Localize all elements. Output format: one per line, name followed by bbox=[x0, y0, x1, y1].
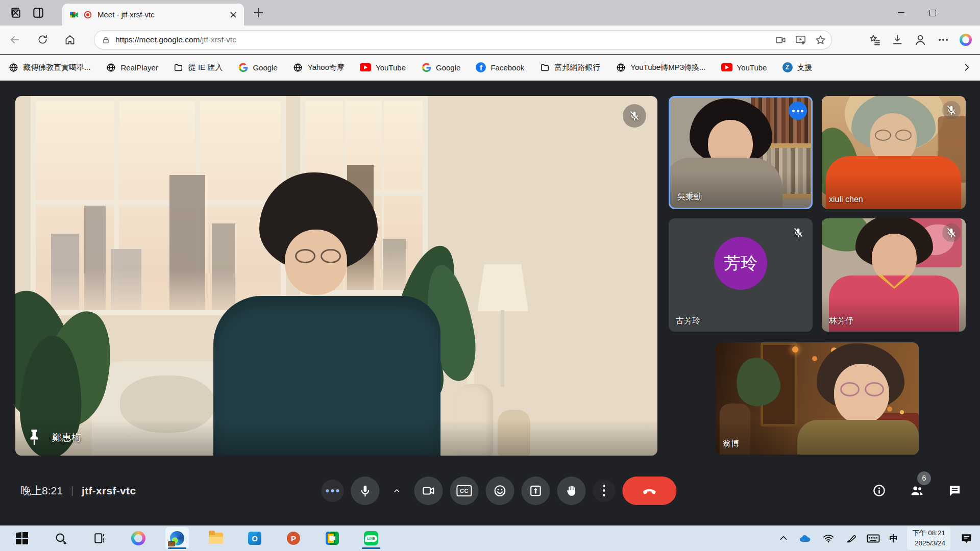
outlook-icon: O bbox=[248, 532, 261, 545]
line-label: LINE bbox=[365, 535, 377, 542]
microphone-button[interactable] bbox=[351, 477, 379, 505]
present-screen-button[interactable] bbox=[521, 477, 550, 505]
windows-taskbar: O P LINE 中 下午 08:2 bbox=[0, 525, 980, 551]
window-maximize-button[interactable] bbox=[917, 0, 948, 26]
bookmark-item[interactable]: 藏傳佛教直貢噶舉... bbox=[8, 62, 91, 72]
bookmark-item[interactable]: YouTube轉MP3轉換... bbox=[616, 62, 705, 72]
bookmark-item[interactable]: Google bbox=[238, 62, 277, 72]
file-explorer-icon bbox=[209, 533, 223, 544]
bookmark-item[interactable]: Z支援 bbox=[782, 62, 813, 72]
settings-more-icon[interactable] bbox=[937, 34, 949, 46]
participant-name: 翁博 bbox=[723, 439, 739, 449]
new-tab-button[interactable] bbox=[253, 7, 264, 18]
bookmark-item[interactable]: 富邦網路銀行 bbox=[540, 62, 600, 72]
touch-keyboard-icon[interactable] bbox=[867, 532, 880, 545]
camera-button[interactable] bbox=[414, 477, 443, 505]
profile-avatar-icon[interactable] bbox=[914, 33, 927, 46]
window-minimize-button[interactable] bbox=[885, 0, 917, 26]
lamp-pole bbox=[501, 310, 504, 387]
start-button[interactable] bbox=[10, 527, 34, 549]
meeting-code: jtf-xrsf-vtc bbox=[82, 485, 136, 497]
tab-camera-in-use-icon[interactable] bbox=[775, 34, 787, 46]
bookmark-item[interactable]: YouTube bbox=[721, 63, 767, 72]
wifi-icon[interactable] bbox=[822, 532, 835, 545]
pen-icon[interactable] bbox=[844, 532, 857, 545]
ime-indicator[interactable]: 中 bbox=[889, 533, 898, 544]
url-path: /jtf-xrsf-vtc bbox=[200, 35, 236, 44]
glasses-lens bbox=[865, 382, 884, 396]
toolbar-right-icons bbox=[869, 30, 976, 49]
participant-video-tile[interactable]: xiuli chen bbox=[822, 96, 966, 209]
participant-video-tile[interactable]: 翁博 bbox=[716, 342, 919, 455]
bookmark-label: YouTube轉MP3轉換... bbox=[630, 63, 705, 72]
chat-button[interactable] bbox=[942, 479, 967, 503]
window-close-button[interactable] bbox=[0, 0, 32, 26]
bookmark-item[interactable]: YouTube bbox=[360, 63, 406, 72]
bookmark-item[interactable]: Google bbox=[421, 62, 460, 72]
device-options-chevron[interactable] bbox=[386, 481, 407, 501]
facebook-icon: f bbox=[476, 62, 486, 72]
copilot-icon[interactable] bbox=[960, 34, 972, 46]
tray-overflow-chevron[interactable] bbox=[777, 532, 790, 545]
search-button[interactable] bbox=[49, 527, 72, 549]
more-options-button[interactable] bbox=[593, 480, 615, 502]
bookmark-item[interactable]: 從 IE 匯入 bbox=[174, 62, 223, 72]
bookmark-label: 支援 bbox=[797, 63, 813, 72]
favorites-hub-icon[interactable] bbox=[869, 34, 881, 46]
downloads-icon[interactable] bbox=[891, 34, 903, 46]
folder-icon bbox=[174, 62, 184, 72]
bookmark-item[interactable]: RealPlayer bbox=[106, 62, 158, 72]
tab-close-button[interactable] bbox=[228, 9, 239, 20]
copilot-taskbar-button[interactable] bbox=[127, 527, 150, 549]
meet-favicon bbox=[69, 10, 79, 19]
meeting-details-button[interactable] bbox=[867, 479, 891, 503]
tile-more-options-button[interactable] bbox=[789, 102, 807, 120]
windows-logo-icon bbox=[16, 532, 28, 544]
address-bar[interactable]: https://meet.google.com/jtf-xrsf-vtc bbox=[94, 30, 832, 49]
home-button[interactable] bbox=[61, 31, 79, 48]
bookmarks-overflow-chevron[interactable] bbox=[962, 62, 972, 72]
split-screen-icon[interactable] bbox=[32, 6, 45, 19]
participant-name: xiuli chen bbox=[829, 195, 863, 204]
powerpoint-button[interactable]: P bbox=[282, 527, 305, 549]
line-app-button[interactable]: LINE bbox=[359, 527, 383, 549]
participant-name: 鄭惠梅 bbox=[52, 431, 81, 444]
bookmark-star-icon[interactable] bbox=[815, 34, 826, 46]
bookmarks-bar: 藏傳佛教直貢噶舉... RealPlayer 從 IE 匯入 Google Ya… bbox=[0, 55, 980, 81]
file-explorer-button[interactable] bbox=[204, 527, 228, 549]
line-icon: LINE bbox=[364, 531, 378, 545]
participant-video-tile[interactable]: 吳秉勳 bbox=[669, 96, 813, 209]
captions-button[interactable]: CC bbox=[450, 477, 478, 505]
active-tab[interactable]: Meet - jtf-xrsf-vtc bbox=[62, 4, 244, 26]
globe-icon bbox=[293, 62, 303, 72]
browser-tab-strip: Meet - jtf-xrsf-vtc bbox=[0, 0, 980, 26]
meeting-panels: 6 bbox=[867, 456, 967, 525]
edge-icon bbox=[170, 531, 184, 545]
video-enhance-icon[interactable] bbox=[795, 34, 806, 46]
blue-dots-icon bbox=[326, 489, 339, 492]
task-view-button[interactable] bbox=[88, 527, 111, 549]
edge-taskbar-button[interactable] bbox=[165, 527, 189, 549]
meet-app-button[interactable] bbox=[321, 527, 344, 549]
notification-center-button[interactable] bbox=[960, 532, 973, 545]
back-button[interactable] bbox=[6, 31, 23, 48]
outlook-button[interactable]: O bbox=[243, 527, 266, 549]
leave-call-button[interactable] bbox=[622, 477, 676, 505]
bookmark-item[interactable]: fFacebook bbox=[476, 62, 524, 72]
youtube-icon bbox=[360, 63, 371, 71]
participant-video-tile[interactable]: 芳玲 古芳玲 bbox=[669, 218, 813, 332]
bookmark-item[interactable]: Yahoo奇摩 bbox=[293, 62, 345, 72]
raise-hand-button[interactable] bbox=[557, 477, 585, 505]
reactions-button[interactable] bbox=[485, 477, 514, 505]
main-video-tile[interactable]: 鄭惠梅 bbox=[15, 96, 657, 456]
youtube-icon bbox=[721, 63, 732, 71]
bookmark-label: 富邦網路銀行 bbox=[554, 63, 600, 72]
taskbar-clock[interactable]: 下午 08:21 2025/3/24 bbox=[907, 527, 950, 549]
participant-avatar: 芳玲 bbox=[714, 237, 767, 290]
refresh-button[interactable] bbox=[34, 31, 51, 48]
onedrive-icon[interactable] bbox=[799, 532, 813, 545]
participants-button[interactable]: 6 bbox=[904, 479, 929, 503]
participant-video-tile[interactable]: 林芳伃 bbox=[822, 218, 966, 332]
folder-icon bbox=[540, 62, 550, 72]
more-reactions-button[interactable] bbox=[321, 480, 344, 502]
